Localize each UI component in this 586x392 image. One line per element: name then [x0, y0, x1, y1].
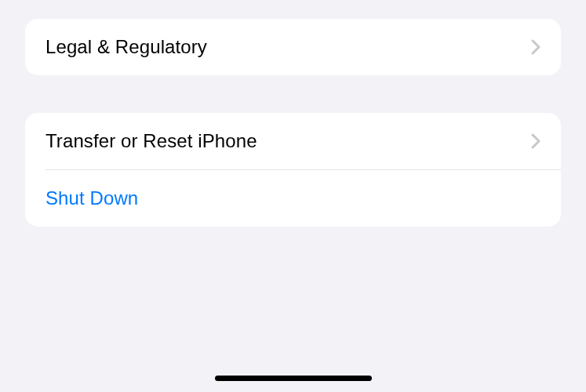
- settings-group-system: Transfer or Reset iPhone Shut Down: [25, 113, 561, 227]
- chevron-right-icon: [531, 133, 541, 149]
- legal-regulatory-row[interactable]: Legal & Regulatory: [25, 19, 561, 75]
- settings-content: Legal & Regulatory Transfer or Reset iPh…: [0, 0, 586, 227]
- legal-regulatory-label: Legal & Regulatory: [45, 36, 207, 58]
- transfer-reset-label: Transfer or Reset iPhone: [45, 130, 257, 152]
- home-indicator[interactable]: [215, 376, 372, 381]
- transfer-reset-row[interactable]: Transfer or Reset iPhone: [25, 113, 561, 169]
- settings-group-legal: Legal & Regulatory: [25, 19, 561, 75]
- shut-down-row[interactable]: Shut Down: [25, 170, 561, 227]
- shut-down-label: Shut Down: [45, 187, 138, 209]
- chevron-right-icon: [531, 39, 541, 55]
